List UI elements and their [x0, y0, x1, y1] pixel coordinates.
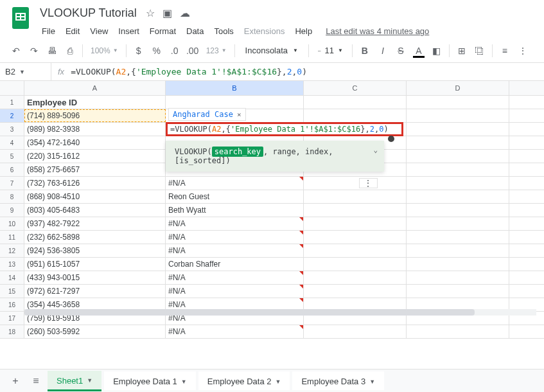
row-header[interactable]: 9	[0, 204, 24, 217]
cell[interactable]	[304, 177, 407, 190]
increase-decimal-button[interactable]: .00	[184, 42, 201, 59]
formula-bar-input[interactable]: =VLOOKUP(A2,{'Employee Data 1'!$A$1:$C$1…	[71, 67, 544, 76]
undo-button[interactable]: ↶	[8, 42, 24, 59]
name-box[interactable]: B2▼	[0, 63, 51, 80]
sheet-tab-sheet1[interactable]: Sheet1▼	[48, 371, 101, 391]
row-header[interactable]: 4	[0, 136, 24, 149]
merge-button[interactable]: ⿻	[471, 42, 488, 59]
cell[interactable]	[304, 231, 407, 244]
cell[interactable]: #N/A	[166, 244, 304, 257]
print-button[interactable]: 🖶	[44, 42, 60, 59]
cell[interactable]: (937) 482-7922	[24, 217, 166, 230]
cell[interactable]	[407, 177, 509, 190]
col-header-a[interactable]: A	[24, 81, 166, 95]
font-size-select[interactable]: –11▼	[313, 46, 348, 55]
cell[interactable]: (803) 405-6483	[24, 204, 166, 217]
cell[interactable]: Corban Shaffer	[166, 258, 304, 271]
last-edit-link[interactable]: Last edit was 4 minutes ago	[326, 26, 429, 36]
cell[interactable]	[407, 231, 509, 244]
cell[interactable]	[304, 217, 407, 230]
paint-format-button[interactable]: ⎙	[62, 42, 78, 59]
cell[interactable]: #N/A	[166, 231, 304, 244]
cell[interactable]: #N/A	[166, 177, 304, 190]
row-header[interactable]: 17	[0, 312, 24, 325]
row-header[interactable]: 11	[0, 231, 24, 244]
cell[interactable]: Reon Guest	[166, 190, 304, 203]
cell[interactable]: (354) 472-1640	[24, 136, 166, 149]
align-button[interactable]: ≡	[496, 42, 513, 59]
row-header[interactable]: 16	[0, 298, 24, 311]
cell[interactable]: #N/A	[166, 271, 304, 284]
row-header[interactable]: 15	[0, 285, 24, 298]
cell[interactable]	[304, 271, 407, 284]
cell[interactable]	[407, 136, 509, 149]
cell[interactable]: (732) 763-6126	[24, 177, 166, 190]
cell[interactable]	[304, 258, 407, 271]
sheet-tab-emp2[interactable]: Employee Data 2▼	[198, 371, 290, 390]
cell[interactable]	[166, 96, 304, 109]
doc-title[interactable]: VLOOKUP Tutorial	[37, 5, 139, 21]
cell[interactable]: (714) 889-5096	[24, 109, 166, 122]
cell[interactable]	[304, 109, 407, 122]
cell[interactable]	[304, 285, 407, 298]
row-header[interactable]: 18	[0, 325, 24, 338]
italic-button[interactable]: I	[374, 42, 391, 59]
row-header[interactable]: 2	[0, 109, 24, 122]
cell[interactable]: #N/A	[166, 325, 304, 338]
sheet-tab-emp1[interactable]: Employee Data 1▼	[104, 371, 196, 390]
cell[interactable]	[407, 123, 509, 136]
borders-button[interactable]: ⊞	[453, 42, 470, 59]
bold-button[interactable]: B	[356, 42, 373, 59]
menu-extensions[interactable]: Extensions	[240, 24, 290, 39]
col-header-d[interactable]: D	[407, 81, 509, 95]
row-header[interactable]: 10	[0, 217, 24, 230]
cell[interactable]	[407, 150, 509, 163]
cell[interactable]: (924) 536-3805	[24, 244, 166, 257]
row-header[interactable]: 7	[0, 177, 24, 190]
number-format-select[interactable]: 123▼	[202, 46, 231, 55]
horizontal-scrollbar[interactable]	[24, 309, 536, 316]
decrease-decimal-button[interactable]: .0	[166, 42, 183, 59]
cell[interactable]: #N/A	[166, 217, 304, 230]
cell[interactable]: (868) 908-4510	[24, 190, 166, 203]
cell[interactable]	[304, 244, 407, 257]
row-header[interactable]: 14	[0, 271, 24, 284]
menu-data[interactable]: Data	[182, 24, 208, 39]
row-header[interactable]: 12	[0, 244, 24, 257]
cell[interactable]	[407, 217, 509, 230]
cell[interactable]	[304, 190, 407, 203]
cell[interactable]: #N/A	[166, 285, 304, 298]
grid-area[interactable]: A B C D 1Employee ID2(714) 889-50963(989…	[0, 81, 544, 339]
cell[interactable]	[304, 325, 407, 338]
cell[interactable]	[407, 190, 509, 203]
cell[interactable]: (220) 315-1612	[24, 150, 166, 163]
cell[interactable]	[407, 271, 509, 284]
row-header[interactable]: 6	[0, 163, 24, 176]
cell[interactable]	[407, 285, 509, 298]
menu-help[interactable]: Help	[290, 24, 317, 39]
cell[interactable]	[407, 244, 509, 257]
star-icon[interactable]: ☆	[146, 7, 155, 19]
menu-format[interactable]: Format	[145, 24, 180, 39]
row-header[interactable]: 1	[0, 96, 24, 109]
col-header-b[interactable]: B	[166, 81, 304, 95]
cell[interactable]: (260) 503-5992	[24, 325, 166, 338]
cell[interactable]	[407, 163, 509, 176]
cell[interactable]	[304, 204, 407, 217]
cell[interactable]: (972) 621-7297	[24, 285, 166, 298]
menu-view[interactable]: View	[85, 24, 112, 39]
cell[interactable]	[407, 258, 509, 271]
format-currency-button[interactable]: $	[130, 42, 147, 59]
strikethrough-button[interactable]: S	[392, 42, 409, 59]
more-options-icon[interactable]: ⋮	[359, 178, 378, 188]
sheet-tab-emp3[interactable]: Employee Data 3▼	[292, 371, 384, 390]
row-header[interactable]: 3	[0, 123, 24, 136]
cell[interactable]: (232) 662-5898	[24, 231, 166, 244]
menu-tools[interactable]: Tools	[209, 24, 238, 39]
cell[interactable]: Beth Wyatt	[166, 204, 304, 217]
cell[interactable]: Employee ID	[24, 96, 166, 109]
add-sheet-button[interactable]: +	[6, 372, 24, 390]
more-button[interactable]: ⋮	[514, 42, 531, 59]
cell[interactable]: (951) 615-1057	[24, 258, 166, 271]
formula-drag-handle[interactable]	[388, 136, 394, 142]
